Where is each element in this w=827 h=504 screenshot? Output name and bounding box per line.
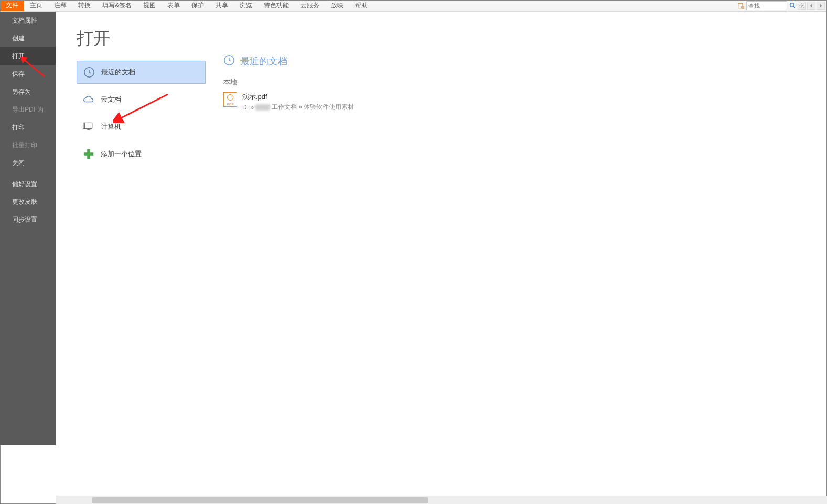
file-path: D: »工作文档 »体验软件使用素材 — [242, 103, 354, 112]
source-label: 计算机 — [101, 122, 121, 132]
prev-icon[interactable] — [807, 2, 815, 10]
source-label: 添加一个位置 — [101, 149, 142, 159]
file-sidebar-item-6[interactable]: 打印 — [0, 118, 56, 136]
plus-icon — [83, 148, 94, 160]
svg-rect-5 — [84, 123, 92, 128]
menu-item-11[interactable]: 云服务 — [295, 0, 325, 11]
file-sidebar-item-1[interactable]: 创建 — [0, 29, 56, 47]
source-label: 最近的文档 — [101, 68, 135, 77]
source-label: 云文档 — [101, 95, 121, 104]
cloud-icon — [83, 94, 94, 105]
pdf-file-icon — [223, 92, 237, 107]
clock-icon — [83, 67, 95, 78]
file-sidebar-item-5[interactable]: 导出PDF为 — [0, 101, 56, 118]
menu-item-4[interactable]: 填写&签名 — [96, 0, 137, 11]
section-label: 本地 — [223, 78, 817, 87]
computer-icon — [83, 121, 94, 133]
file-sidebar-item-4[interactable]: 另存为 — [0, 83, 56, 101]
menu-bar: 文件主页注释转换填写&签名视图表单保护共享浏览特色功能云服务放映帮助 — [0, 0, 827, 12]
svg-point-3 — [801, 5, 803, 6]
redacted-segment — [255, 104, 270, 111]
menu-item-1[interactable]: 主页 — [24, 0, 48, 11]
menu-item-5[interactable]: 视图 — [137, 0, 162, 11]
clock-icon — [223, 54, 235, 68]
file-sidebar-item-11[interactable]: 更改皮肤 — [0, 193, 56, 211]
panel-title: 打开 — [77, 27, 206, 50]
search-input[interactable] — [746, 1, 787, 10]
file-sidebar-item-10[interactable]: 偏好设置 — [0, 175, 56, 193]
source-item-plus[interactable]: 添加一个位置 — [77, 143, 206, 166]
file-sidebar: 文档属性创建打开保存另存为导出PDF为打印批量打印关闭偏好设置更改皮肤同步设置 — [0, 12, 56, 445]
menu-item-6[interactable]: 表单 — [162, 0, 186, 11]
recent-file-row[interactable]: 演示.pdfD: »工作文档 »体验软件使用素材 — [223, 90, 817, 114]
svg-point-2 — [790, 3, 794, 7]
scroll-thumb[interactable] — [92, 497, 428, 503]
source-item-computer[interactable]: 计算机 — [77, 115, 206, 138]
content-header: 最近的文档 — [223, 54, 817, 68]
file-sidebar-item-8[interactable]: 关闭 — [0, 154, 56, 172]
file-name: 演示.pdf — [242, 92, 354, 102]
open-panel: 打开 最近的文档云文档计算机添加一个位置 — [56, 12, 213, 170]
menu-item-12[interactable]: 放映 — [325, 0, 349, 11]
search-icon[interactable] — [788, 2, 797, 10]
menu-item-7[interactable]: 保护 — [186, 0, 210, 11]
source-item-clock[interactable]: 最近的文档 — [77, 61, 206, 84]
next-icon[interactable] — [817, 2, 825, 10]
menu-item-10[interactable]: 特色功能 — [258, 0, 295, 11]
file-sidebar-item-7[interactable]: 批量打印 — [0, 136, 56, 154]
gear-icon[interactable] — [798, 2, 806, 10]
svg-rect-8 — [84, 152, 93, 156]
content-panel: 最近的文档 本地 演示.pdfD: »工作文档 »体验软件使用素材 — [213, 12, 827, 114]
content-title: 最近的文档 — [240, 55, 287, 68]
file-sidebar-item-2[interactable]: 打开 — [0, 47, 56, 65]
source-item-cloud[interactable]: 云文档 — [77, 88, 206, 111]
svg-rect-0 — [738, 3, 743, 8]
file-sidebar-item-0[interactable]: 文档属性 — [0, 12, 56, 29]
menu-item-0[interactable]: 文件 — [0, 0, 24, 11]
horizontal-scrollbar[interactable] — [56, 496, 827, 504]
menu-item-8[interactable]: 共享 — [210, 0, 234, 11]
menu-item-2[interactable]: 注释 — [48, 0, 72, 11]
menu-item-13[interactable]: 帮助 — [349, 0, 373, 11]
find-icon[interactable] — [737, 2, 745, 10]
menu-item-3[interactable]: 转换 — [72, 0, 96, 11]
menu-item-9[interactable]: 浏览 — [234, 0, 258, 11]
file-sidebar-item-12[interactable]: 同步设置 — [0, 211, 56, 228]
file-sidebar-item-3[interactable]: 保存 — [0, 65, 56, 83]
